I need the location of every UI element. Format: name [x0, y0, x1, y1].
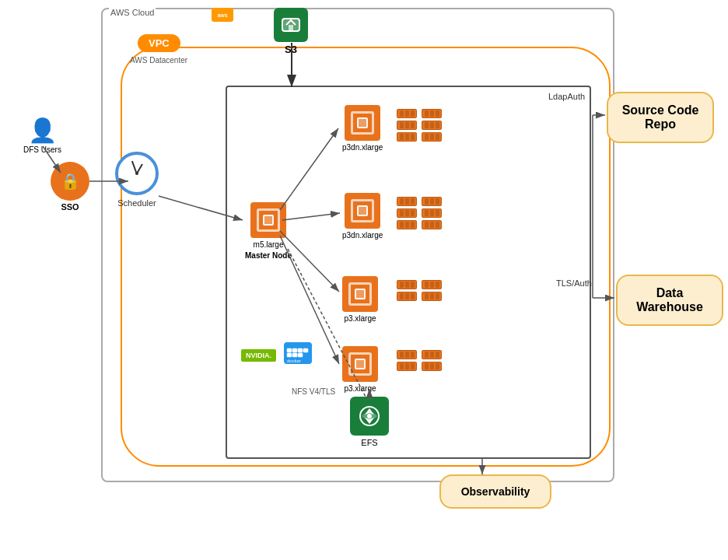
source-code-box: Source Code Repo: [607, 92, 714, 143]
stack-bar: [397, 350, 417, 359]
stack2a: [397, 197, 417, 229]
stack3b: [422, 280, 442, 301]
worker3-stacks: [397, 280, 442, 301]
worker1-stacks: [397, 109, 442, 142]
worker-row-2: p3dn.xlarge: [342, 193, 383, 240]
stack-bar: [422, 109, 442, 118]
svg-text:docker: docker: [287, 359, 301, 363]
svg-rect-11: [298, 353, 303, 357]
dfs-users-node: 👤 DFS Users: [23, 117, 61, 154]
scheduler-label: Scheduler: [117, 198, 156, 208]
observability-label: Observability: [461, 485, 530, 498]
stack-bar: [397, 292, 417, 301]
inner-cluster-box: [226, 86, 591, 459]
ldap-auth-label: LdapAuth: [548, 92, 585, 101]
stack-bar: [422, 208, 442, 218]
svg-point-4: [367, 414, 372, 418]
diagram: aws AWS Cloud VPC AWS Datacenter S3 Sche…: [0, 0, 728, 560]
worker4-icon: [342, 346, 378, 382]
svg-rect-8: [298, 348, 303, 352]
master-node-label: m5.large: [254, 240, 284, 249]
sso-node: 🔒 SSO: [51, 162, 89, 212]
s3-label: S3: [285, 44, 297, 55]
s3-node: S3: [274, 8, 308, 55]
worker1-icon: [345, 105, 380, 141]
nfs-label: NFS V4/TLS: [292, 387, 335, 396]
stack2b: [422, 197, 442, 229]
stack-bar: [422, 280, 442, 289]
worker-row-1: p3dn.xlarge: [342, 105, 383, 152]
data-warehouse-label: Data Warehouse: [636, 286, 703, 314]
stack1a: [397, 109, 417, 142]
stack-bar: [422, 350, 442, 359]
stack-bar: [397, 109, 417, 118]
stack-bar: [422, 362, 442, 371]
stack-bar: [422, 132, 442, 142]
aws-logo: aws: [212, 8, 233, 22]
stack4b: [422, 350, 442, 371]
efs-label: EFS: [361, 438, 377, 447]
stack-bar: [397, 197, 417, 206]
worker1-label: p3dn.xlarge: [342, 143, 383, 152]
worker3-label: p3.xlarge: [344, 314, 376, 323]
svg-rect-12: [303, 348, 308, 352]
svg-rect-2: [289, 25, 293, 31]
sso-label: SSO: [61, 202, 79, 212]
worker-row-3: p3.xlarge: [342, 276, 378, 323]
master-node-icon: [250, 202, 286, 238]
worker4-label: p3.xlarge: [344, 384, 376, 393]
stack4a: [397, 350, 417, 371]
efs-icon: [350, 397, 389, 436]
svg-rect-10: [292, 353, 297, 357]
svg-rect-7: [292, 348, 297, 352]
worker-row-4: p3.xlarge: [342, 346, 378, 393]
worker2-stacks: [397, 197, 442, 229]
svg-rect-9: [287, 353, 292, 357]
stack-bar: [422, 220, 442, 229]
stack-bar: [397, 208, 417, 218]
s3-icon: [274, 8, 308, 42]
worker2-icon: [345, 193, 380, 229]
stack1b: [422, 109, 442, 142]
worker4-stacks: [397, 350, 442, 371]
nvidia-logo: NVIDIA.: [241, 349, 276, 362]
source-code-label: Source Code Repo: [622, 103, 699, 131]
scheduler-clock-icon: [115, 152, 159, 195]
docker-logo: docker: [284, 342, 312, 369]
master-node: m5.large Master Node: [245, 202, 292, 260]
vpc-label: VPC: [138, 34, 180, 52]
aws-cloud-label: AWS Cloud: [109, 8, 156, 17]
svg-rect-6: [287, 348, 292, 352]
sso-icon: 🔒: [51, 162, 89, 201]
observability-box: Observability: [439, 474, 551, 509]
dfs-users-label: DFS Users: [23, 145, 61, 154]
stack-bar: [397, 280, 417, 289]
master-node-sublabel: Master Node: [245, 251, 292, 260]
stack-bar: [397, 362, 417, 371]
efs-node: EFS: [350, 397, 389, 447]
scheduler-node: Scheduler: [115, 152, 159, 208]
stack3a: [397, 280, 417, 301]
logos-area: NVIDIA. docker: [241, 342, 312, 369]
stack-bar: [397, 121, 417, 130]
aws-datacenter-label: AWS Datacenter: [130, 56, 187, 65]
stack-bar: [422, 197, 442, 206]
worker3-icon: [342, 276, 378, 312]
stack-bar: [397, 220, 417, 229]
stack-bar: [422, 121, 442, 130]
stack-bar: [422, 292, 442, 301]
person-icon: 👤: [28, 117, 57, 144]
tls-auth-label: TLS/Auth: [556, 278, 592, 288]
stack-bar: [397, 132, 417, 142]
data-warehouse-box: Data Warehouse: [616, 275, 723, 326]
worker2-label: p3dn.xlarge: [342, 231, 383, 240]
